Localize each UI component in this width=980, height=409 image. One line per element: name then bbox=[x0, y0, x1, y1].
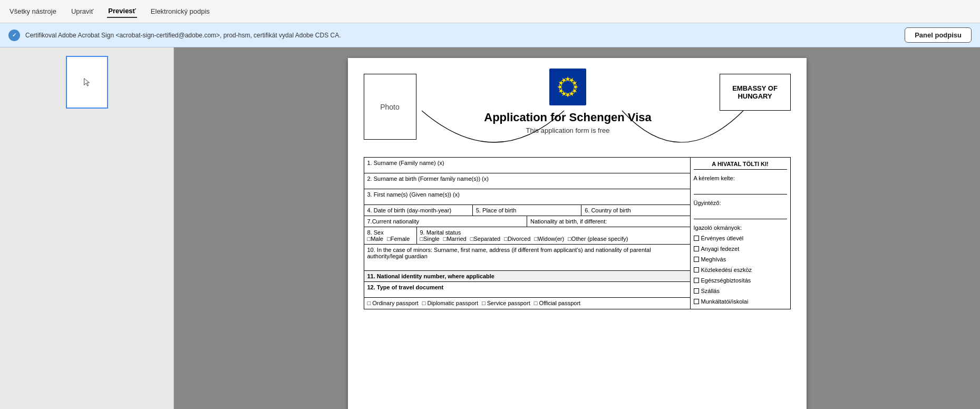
embassy-line2: HUNGARY bbox=[738, 92, 772, 100]
toolbar: Všetky nástroje Upraviť Previesť Elektro… bbox=[0, 0, 980, 23]
right-panel-title: A HIVATAL TÖLTI KI! bbox=[694, 161, 787, 170]
cb-icon-4 bbox=[694, 267, 699, 272]
form-row-1: 1. Surname (Family name) (x) bbox=[364, 158, 690, 173]
field6-label: 6. Country of birth bbox=[585, 207, 630, 213]
page-thumbnail[interactable] bbox=[66, 56, 108, 109]
form-row-456: 4. Date of birth (day-month-year) 5. Pla… bbox=[364, 205, 690, 216]
cb-label-3: Meghívás bbox=[701, 256, 726, 262]
married-check: □Married bbox=[443, 236, 467, 242]
right-field-2 bbox=[694, 210, 787, 219]
cert-info: ✓ Certifikoval Adobe Acrobat Sign <acrob… bbox=[8, 30, 341, 41]
female-check: □Female bbox=[387, 236, 410, 242]
form-right-panel: A HIVATAL TÖLTI KI! A kérelem kelte: Ügy… bbox=[691, 157, 791, 309]
right-label-2: Ügyintéző: bbox=[694, 200, 787, 206]
doc-header: Photo bbox=[364, 69, 791, 153]
form-row-12-checks: □ Ordinary passport □ Diplomatic passpor… bbox=[364, 298, 690, 308]
cb-icon-7 bbox=[694, 299, 699, 304]
field2-label: 2. Surname at birth (Former family name(… bbox=[367, 176, 489, 182]
field1-label: 1. Surname (Family name) (x) bbox=[367, 160, 444, 166]
right-label-1: A kérelem kelte: bbox=[694, 175, 787, 181]
form-row-10: 10. In the case of minors: Surname, firs… bbox=[364, 245, 690, 271]
cb-label-7: Munkáltatói/iskolai bbox=[701, 298, 749, 305]
divorced-check: □Divorced bbox=[504, 236, 530, 242]
photo-label: Photo bbox=[380, 103, 400, 111]
cb-row-4: Közlekedési eszköz bbox=[694, 267, 787, 273]
single-check: □Single bbox=[420, 236, 440, 242]
service-passport-check: □ Service passport bbox=[482, 300, 530, 306]
toolbar-edit[interactable]: Upraviť bbox=[70, 5, 94, 17]
svg-marker-0 bbox=[84, 79, 89, 86]
svg-marker-7 bbox=[565, 93, 570, 98]
form-cell-7: 7.Current nationality bbox=[364, 216, 528, 227]
field10-label: 10. In the case of minors: Surname, firs… bbox=[367, 247, 651, 259]
cert-text: Certifikoval Adobe Acrobat Sign <acrobat… bbox=[25, 32, 341, 39]
field11-label: 11. National identity number, where appl… bbox=[367, 273, 494, 279]
marital-cell: 9. Marital status □Single □Married □Sepa… bbox=[417, 227, 690, 244]
field4-label: 4. Date of birth (day-month-year) bbox=[367, 207, 452, 213]
field7-label: 7.Current nationality bbox=[367, 218, 419, 225]
svg-marker-4 bbox=[574, 84, 578, 90]
diplomatic-passport-check: □ Diplomatic passport bbox=[422, 300, 478, 306]
form-cell-5: 5. Place of birth bbox=[473, 205, 581, 216]
toolbar-all-tools[interactable]: Všetky nástroje bbox=[8, 5, 57, 17]
cb-label-6: Szállás bbox=[701, 288, 720, 294]
cb-row-2: Anyagi fedezet bbox=[694, 246, 787, 252]
form-row-3: 3. First name(s) (Given name(s)) (x) bbox=[364, 189, 690, 205]
male-check: □Male bbox=[367, 236, 384, 242]
toolbar-convert[interactable]: Previesť bbox=[107, 5, 137, 18]
cb-row-3: Meghívás bbox=[694, 256, 787, 262]
widow-check: □Widow(er) bbox=[534, 236, 564, 242]
cb-label-2: Anyagi fedezet bbox=[701, 246, 740, 252]
cert-icon: ✓ bbox=[8, 30, 20, 41]
form-cell-7b: Nationality at birth, if different: bbox=[527, 216, 690, 227]
field7b-label: Nationality at birth, if different: bbox=[530, 218, 607, 225]
photo-box: Photo bbox=[364, 74, 416, 140]
app-title: Application for Schengen Visa bbox=[484, 111, 651, 124]
cb-icon-5 bbox=[694, 278, 699, 283]
eu-stars-svg bbox=[555, 74, 581, 100]
form-row-7: 7.Current nationality Nationality at bir… bbox=[364, 216, 690, 227]
svg-marker-10 bbox=[557, 84, 562, 90]
left-sidebar bbox=[0, 47, 174, 409]
app-subtitle: This application form is free bbox=[526, 126, 610, 134]
cb-label-1: Érvényes útlevél bbox=[701, 235, 744, 241]
form-area: 1. Surname (Family name) (x) 2. Surname … bbox=[364, 157, 791, 309]
form-row-11: 11. National identity number, where appl… bbox=[364, 271, 690, 282]
right-field-1 bbox=[694, 186, 787, 194]
other-check: □Other (please specify) bbox=[568, 236, 628, 242]
document-area: Photo bbox=[174, 47, 980, 409]
field3-label: 3. First name(s) (Given name(s)) (x) bbox=[367, 191, 460, 198]
cb-icon-6 bbox=[694, 288, 699, 294]
eu-flag bbox=[549, 69, 586, 105]
field5-label: 5. Place of birth bbox=[476, 207, 516, 213]
embassy-line1: EMBASSY OF bbox=[732, 84, 778, 92]
cb-row-5: Egészségbiztosítás bbox=[694, 277, 787, 284]
cb-row-1: Érvényes útlevél bbox=[694, 235, 787, 241]
cb-label-4: Közlekedési eszköz bbox=[701, 267, 752, 273]
certificate-bar: ✓ Certifikoval Adobe Acrobat Sign <acrob… bbox=[0, 23, 980, 47]
panel-podpisu-button[interactable]: Panel podpisu bbox=[905, 27, 972, 43]
field9-label: 9. Marital status bbox=[420, 229, 687, 236]
separated-check: □Separated bbox=[470, 236, 500, 242]
main-area: Photo bbox=[0, 47, 980, 409]
document: Photo bbox=[348, 58, 807, 409]
form-left: 1. Surname (Family name) (x) 2. Surname … bbox=[364, 157, 691, 309]
cb-icon-1 bbox=[694, 236, 699, 241]
form-cell-6: 6. Country of birth bbox=[581, 205, 690, 216]
cb-row-6: Szállás bbox=[694, 288, 787, 294]
form-row-12-label: 12. Type of travel document bbox=[364, 282, 690, 298]
form-row-2: 2. Surname at birth (Former family name(… bbox=[364, 173, 690, 189]
cb-icon-2 bbox=[694, 246, 699, 251]
form-cell-4: 4. Date of birth (day-month-year) bbox=[364, 205, 473, 216]
cursor-icon bbox=[82, 77, 92, 87]
cb-row-7: Munkáltatói/iskolai bbox=[694, 298, 787, 305]
header-center: Application for Schengen Visa This appli… bbox=[416, 69, 720, 139]
official-passport-check: □ Official passport bbox=[534, 300, 580, 306]
right-label-3: Igazoló okmányok: bbox=[694, 225, 787, 231]
toolbar-esign[interactable]: Elektronický podpis bbox=[150, 5, 211, 17]
cb-label-5: Egészségbiztosítás bbox=[701, 277, 751, 284]
sex-cell: 8. Sex □Male □Female bbox=[364, 227, 417, 244]
field12-label: 12. Type of travel document bbox=[367, 284, 444, 290]
svg-marker-1 bbox=[565, 76, 570, 81]
field8-label: 8. Sex bbox=[367, 229, 413, 236]
